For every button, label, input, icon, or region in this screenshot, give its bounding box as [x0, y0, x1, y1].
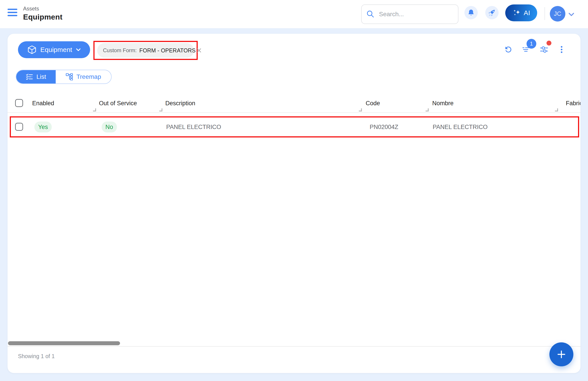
add-button[interactable] — [549, 342, 573, 366]
filter-count-badge: 1 — [526, 39, 536, 49]
column-header-enabled[interactable]: Enabled — [32, 94, 54, 112]
top-bar: Assets Equipment AI JC — [0, 0, 588, 28]
settings-alert-dot — [546, 41, 551, 45]
hamburger-icon — [8, 9, 17, 10]
ai-button-label: AI — [524, 9, 530, 17]
out-of-service-badge: No — [102, 121, 117, 132]
entity-selector-button[interactable]: Equipment — [18, 41, 90, 58]
avatar-initials: JC — [554, 10, 561, 17]
rocket-button[interactable] — [485, 6, 499, 19]
avatar-chevron-down-icon[interactable] — [568, 12, 575, 17]
search-icon — [366, 10, 375, 19]
entity-chevron-down-icon — [76, 48, 81, 51]
cell-nombre: PANEL ELECTRICO — [433, 123, 488, 130]
cell-description: PANEL ELECTRICO — [166, 123, 221, 130]
refresh-button[interactable] — [504, 45, 513, 54]
showing-count-text: Showing 1 of 1 — [18, 353, 55, 359]
more-options-button[interactable] — [557, 45, 566, 54]
custom-form-filter-chip[interactable]: Custom Form: FORM - OPERATORS — [97, 43, 194, 58]
page-title: Equipment — [23, 12, 62, 22]
tab-list-label: List — [36, 73, 46, 80]
user-avatar[interactable]: JC — [550, 6, 565, 22]
topbar-divider — [545, 7, 545, 20]
chip-label: Custom Form: — [103, 47, 137, 53]
column-resize-handle[interactable] — [359, 108, 362, 112]
entity-selector-label: Equipment — [40, 46, 72, 53]
column-resize-handle[interactable] — [426, 108, 429, 112]
column-resize-handle[interactable] — [159, 108, 162, 112]
column-header-code[interactable]: Code — [366, 94, 380, 112]
table-row[interactable]: Yes No PANEL ELECTRICO PN02004Z PANEL EL… — [8, 116, 580, 137]
filter-badge-count: 1 — [530, 41, 533, 47]
enabled-badge: Yes — [34, 121, 52, 132]
breadcrumb: Assets Equipment — [23, 5, 62, 22]
horizontal-scrollbar-thumb[interactable] — [8, 341, 120, 345]
rocket-icon — [488, 8, 496, 17]
column-header-out-of-service[interactable]: Out of Service — [99, 94, 137, 112]
row-checkbox[interactable] — [15, 123, 23, 131]
column-header-description[interactable]: Description — [165, 94, 195, 112]
treemap-icon — [66, 73, 73, 80]
content-card: Equipment Custom Form: FORM - OPERATORS — [8, 34, 580, 373]
bell-icon — [467, 9, 475, 16]
hamburger-menu-button[interactable] — [8, 9, 18, 19]
breadcrumb-parent: Assets — [23, 5, 62, 12]
select-all-checkbox[interactable] — [15, 99, 23, 107]
search-box[interactable] — [361, 4, 459, 24]
column-header-nombre[interactable]: Nombre — [432, 94, 454, 112]
ai-assistant-button[interactable]: AI — [505, 4, 537, 21]
footer-divider — [8, 346, 580, 347]
notifications-button[interactable] — [464, 6, 478, 19]
annotation-box-custom-form: Custom Form: FORM - OPERATORS — [93, 41, 198, 60]
chip-value: FORM - OPERATORS — [139, 47, 196, 54]
column-settings-button[interactable] — [540, 45, 548, 54]
tab-treemap-label: Treemap — [76, 73, 101, 80]
view-tabs: List Treemap — [16, 70, 112, 84]
table-header-row: Enabled Out of Service Description Code … — [8, 94, 580, 113]
cell-code: PN02004Z — [370, 123, 398, 130]
close-icon — [196, 47, 202, 54]
column-resize-handle[interactable] — [93, 108, 96, 112]
column-resize-handle[interactable] — [555, 108, 558, 112]
cube-icon — [27, 45, 37, 55]
plus-icon — [556, 349, 567, 360]
tab-treemap[interactable]: Treemap — [56, 70, 111, 84]
sparkles-icon — [512, 8, 522, 18]
list-icon — [26, 73, 33, 80]
chip-close-button[interactable] — [196, 47, 202, 54]
tab-list[interactable]: List — [16, 70, 56, 84]
column-header-fabricante[interactable]: Fabricante — [566, 94, 580, 112]
search-input[interactable] — [379, 11, 450, 18]
